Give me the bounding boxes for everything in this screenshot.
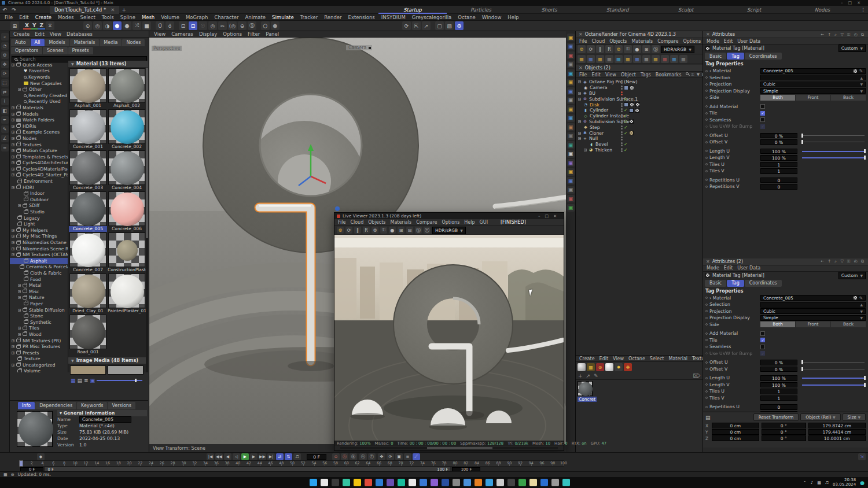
taskbar-app-icon-3[interactable] <box>332 479 339 486</box>
position-track-icon[interactable]: ✥ <box>378 453 385 460</box>
mm-trash-icon[interactable]: ⌦ <box>693 373 700 379</box>
tree-item-keywords[interactable]: Keywords <box>10 74 68 80</box>
tree-item-texture[interactable]: Texture <box>10 356 68 363</box>
taskbar-app-icon-15[interactable] <box>464 479 471 486</box>
lv-menu-gui[interactable]: GUI <box>480 220 488 225</box>
octane-tool2-icon-8[interactable]: ▦ <box>642 55 650 63</box>
octane-tool2-icon-9[interactable]: ▦ <box>652 55 660 63</box>
value-field[interactable]: 0 % <box>760 360 797 365</box>
matman-menu-edit[interactable]: Edit <box>599 356 609 361</box>
quantize-icon[interactable]: ☉ <box>198 21 207 30</box>
value-field[interactable]: 1 <box>760 168 797 174</box>
expander-icon[interactable]: + <box>12 156 14 158</box>
menu-window[interactable]: Window <box>482 14 502 20</box>
attributes-menu-user-data[interactable]: User Data <box>737 39 760 44</box>
material-cell-asphalt-001[interactable]: Asphalt_001 <box>69 68 107 109</box>
tree-item-hdris[interactable]: +HDRIs <box>10 123 68 130</box>
octane-strip-icon-18[interactable]: ▣ <box>567 186 575 194</box>
tree-item-nikomedias-scene-rig-ultim[interactable]: +Nikomedias Scene Rig Ultim <box>10 246 68 252</box>
tree-item-nm-textures-pr-[interactable]: +NM Textures (PR) <box>10 338 68 344</box>
side-option-back[interactable]: Back <box>831 95 866 101</box>
asset-menu-create[interactable]: Create <box>13 31 30 37</box>
mm-octane-material-icon[interactable]: ❉ <box>624 363 632 371</box>
expander-icon[interactable]: + <box>578 120 581 123</box>
clamp-icon[interactable]: ⇅ <box>285 453 292 460</box>
snap-enabled-icon[interactable]: ⊡ <box>189 21 197 30</box>
coordinate-system-icon[interactable]: ⧖ <box>46 21 54 30</box>
axis-lock-icon[interactable]: ⤭ <box>133 21 141 30</box>
asset-menu-databases[interactable]: Databases <box>67 31 93 37</box>
axis-z-toggle[interactable]: Z <box>38 23 45 29</box>
taskbar-app-icon-5[interactable] <box>354 479 361 486</box>
expander-icon[interactable]: + <box>12 339 14 342</box>
object-item-cylinder-instance[interactable]: ◇Cylinder Instance✓ <box>576 113 703 119</box>
material-cell-concrete-002[interactable]: Concrete_002 <box>108 109 146 150</box>
taskbar-app-icon-7[interactable] <box>376 479 383 486</box>
checker-tag-icon[interactable] <box>630 86 634 90</box>
key-position-icon[interactable]: Ⓥ <box>359 453 367 460</box>
visibility-dots[interactable] <box>621 148 623 152</box>
octane-strip-icon-17[interactable]: ▣ <box>567 177 575 184</box>
attr-tab-coordinates[interactable]: Coordinates <box>745 280 782 287</box>
live-selection-icon[interactable]: ⊙ <box>83 21 92 30</box>
expander-icon[interactable]: + <box>18 284 21 287</box>
goto-start-icon[interactable]: |◀ <box>207 453 214 460</box>
enabled-check-icon[interactable]: ✓ <box>624 119 628 124</box>
material-cell-concrete-001[interactable]: Concrete_001 <box>69 109 107 150</box>
taskbar-app-icon-19[interactable] <box>507 479 515 486</box>
detail-view-icon[interactable]: ≡ <box>84 378 89 383</box>
expander-icon[interactable]: + <box>12 168 14 171</box>
material-cell-asphalt-002[interactable]: Asphalt_002 <box>108 68 146 109</box>
coords-menu-icon[interactable]: ▤ <box>705 415 711 420</box>
coords-size-dropdown[interactable]: Size ▼ <box>843 413 866 421</box>
matman-menu-view[interactable]: View <box>613 356 624 361</box>
live-viewer-window-controls[interactable]: –□✕ <box>538 214 561 219</box>
expander-icon[interactable]: + <box>18 296 21 299</box>
knife-icon[interactable]: ✂ <box>218 21 227 30</box>
close-tab-icon[interactable]: ✕ <box>111 7 115 13</box>
expander-icon[interactable]: + <box>12 119 14 121</box>
lv-zoom-in-icon[interactable]: ⊞ <box>398 227 404 234</box>
visibility-dots[interactable] <box>621 86 623 90</box>
x-rot-field[interactable]: 0 ° <box>762 423 806 428</box>
menu-select[interactable]: Select <box>80 14 95 20</box>
octane-strip-icon-5[interactable]: ▣ <box>567 69 575 77</box>
taskbar-app-icon-20[interactable] <box>518 479 526 486</box>
matman-menu-select[interactable]: Select <box>650 356 664 361</box>
lv-lock-icon[interactable]: ⚿ <box>380 227 387 234</box>
point-level-animation-icon[interactable]: ☄ <box>413 453 420 460</box>
checkbox-seamless[interactable] <box>760 345 765 349</box>
octane-strip-icon-20[interactable]: ▣ <box>567 204 575 212</box>
expander-icon[interactable]: + <box>18 88 21 91</box>
material-cell-concrete-007[interactable]: Concrete_007 <box>69 232 107 273</box>
attr-tab-basic[interactable]: Basic <box>705 280 726 287</box>
menu-render[interactable]: Render <box>324 14 341 20</box>
mm-node-material-icon[interactable]: ▦ <box>587 363 595 371</box>
current-frame-field[interactable]: 0 F <box>307 454 326 460</box>
tree-item-pr-misc-textures[interactable]: +PR Misc Textures <box>10 343 68 350</box>
poly-smooth-icon[interactable]: ⬢ <box>271 21 279 30</box>
checker2-tag-icon[interactable] <box>629 131 634 135</box>
octane-menu-objects[interactable]: Objects <box>609 39 627 44</box>
viewport-view-label[interactable]: Perspective <box>152 46 182 51</box>
tree-item-presets[interactable]: +Presets <box>10 350 68 356</box>
taskbar-app-icon-18[interactable] <box>496 479 504 486</box>
octane-colorspace-dropdown[interactable]: HDR/sRGB▼ <box>661 46 694 53</box>
magnet-tool-icon[interactable]: ⌇ <box>1 98 9 105</box>
object-item-subdivision-surface-1[interactable]: +⊚Subdivision Surface.1✓ <box>576 96 703 102</box>
checker-tag-icon[interactable] <box>635 102 640 107</box>
filter-tab-materials[interactable]: Materials <box>70 39 100 46</box>
autokey-icon[interactable]: Ⓐ <box>341 453 348 460</box>
scale-tool-icon[interactable]: ⬚ <box>1 79 9 87</box>
octane-strip-icon-7[interactable]: ▣ <box>567 87 575 95</box>
taskbar-app-icon-13[interactable] <box>442 479 449 486</box>
tree-item-new-capsules[interactable]: New Capsules <box>10 80 68 87</box>
tree-item-motion-capture[interactable]: +Motion Capture <box>10 147 68 154</box>
checkbox-tile[interactable]: ✓ <box>760 111 765 116</box>
octane-kernel-icon[interactable]: ⚙ <box>615 45 623 53</box>
object-item-cloner[interactable]: +✱Cloner✓ <box>576 130 703 136</box>
expander-icon[interactable]: + <box>18 333 21 336</box>
layers-tool-icon[interactable]: ≡ <box>1 144 9 151</box>
attributes-menu-user-data[interactable]: User Data <box>737 265 760 271</box>
octane-pick-material-icon[interactable]: ⊞ <box>642 45 650 53</box>
